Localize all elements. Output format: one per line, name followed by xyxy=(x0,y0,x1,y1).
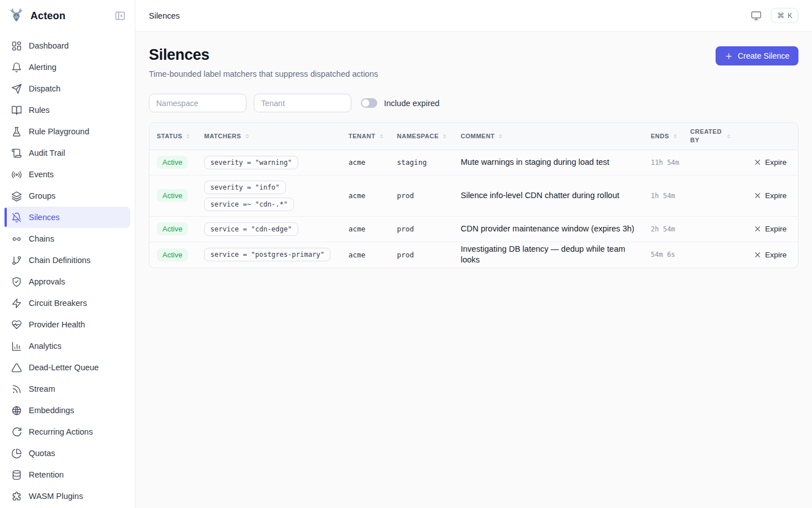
matcher-chip: severity = "warning" xyxy=(204,156,298,169)
sidebar-item-silences[interactable]: Silences xyxy=(5,207,130,228)
sort-icon xyxy=(672,133,678,139)
sort-icon xyxy=(244,133,250,139)
globe-brain-icon xyxy=(11,405,22,416)
sidebar-item-circuit-breakers[interactable]: Circuit Breakers xyxy=(5,292,130,314)
page-title: Silences xyxy=(149,46,378,64)
column-header-created-by[interactable]: Created By xyxy=(690,123,741,150)
ends-cell: 1h 54m xyxy=(651,192,690,200)
sort-icon xyxy=(442,133,448,139)
breadcrumb: Silences xyxy=(149,11,180,20)
namespace-cell: prod xyxy=(397,251,461,259)
sidebar-item-rule-playground[interactable]: Rule Playground xyxy=(5,121,130,142)
layers-icon xyxy=(11,191,22,202)
status-badge: Active xyxy=(157,156,188,169)
sidebar-item-rules[interactable]: Rules xyxy=(5,99,130,121)
comment-cell: CDN provider maintenance window (expires… xyxy=(461,224,651,234)
create-silence-button[interactable]: Create Silence xyxy=(716,46,798,65)
database-icon xyxy=(11,470,22,480)
bar-chart-icon xyxy=(11,341,22,352)
matcher-chip: service = "postgres-primary" xyxy=(204,248,330,261)
table-row: Active severity = "info" service =~ "cdn… xyxy=(149,176,798,217)
sidebar-collapse-icon[interactable] xyxy=(114,10,127,22)
sidebar-item-groups[interactable]: Groups xyxy=(5,185,130,207)
content: Silences Time-bounded label matchers tha… xyxy=(135,32,812,508)
status-badge: Active xyxy=(157,222,188,235)
namespace-cell: prod xyxy=(397,191,461,200)
expire-button[interactable]: Expire xyxy=(751,222,790,235)
shield-check-icon xyxy=(11,277,22,287)
column-header-tenant[interactable]: Tenant xyxy=(348,128,397,145)
sort-icon xyxy=(185,133,191,139)
x-icon xyxy=(754,192,761,199)
matcher-chip: severity = "info" xyxy=(204,181,286,194)
matcher-chip: service =~ "cdn-.*" xyxy=(204,198,294,211)
link-icon xyxy=(11,234,22,244)
namespace-cell: staging xyxy=(397,158,461,167)
sidebar-item-chain-definitions[interactable]: Chain Definitions xyxy=(5,249,130,271)
active-indicator-bar xyxy=(5,208,7,227)
include-expired-toggle-wrap: Include expired xyxy=(361,98,439,108)
sidebar-item-retention[interactable]: Retention xyxy=(5,464,130,485)
scroll-icon xyxy=(11,148,22,159)
pie-chart-icon xyxy=(11,448,22,459)
tenant-cell: acme xyxy=(348,225,397,233)
column-header-ends[interactable]: Ends xyxy=(651,128,690,145)
sidebar-item-events[interactable]: Events xyxy=(5,164,130,185)
table-row: Active severity = "warning" acme staging… xyxy=(149,150,798,176)
refresh-cw-icon xyxy=(11,427,22,437)
sidebar-item-dispatch[interactable]: Dispatch xyxy=(5,78,130,99)
sidebar-nav: Dashboard Alerting Dispatch Rules Rule P… xyxy=(0,35,135,507)
filters-bar: Include expired xyxy=(149,94,798,112)
column-header-matchers[interactable]: Matchers xyxy=(204,128,348,145)
rss-icon xyxy=(11,384,22,395)
bell-icon xyxy=(11,62,22,73)
column-header-comment[interactable]: Comment xyxy=(461,128,651,145)
column-header-status[interactable]: Status xyxy=(157,128,204,145)
sidebar-item-wasm-plugins[interactable]: WASM Plugins xyxy=(5,485,130,507)
tenant-cell: acme xyxy=(348,251,397,259)
alert-triangle-icon xyxy=(11,362,22,373)
comment-cell: Mute warnings in staging during load tes… xyxy=(461,157,651,168)
sidebar-item-analytics[interactable]: Analytics xyxy=(5,335,130,357)
git-branch-icon xyxy=(11,255,22,266)
command-key-icon: ⌘ xyxy=(777,11,784,20)
sidebar-item-approvals[interactable]: Approvals xyxy=(5,271,130,292)
include-expired-toggle[interactable] xyxy=(361,98,377,108)
sidebar-item-alerting[interactable]: Alerting xyxy=(5,56,130,78)
brand-logo-stag-icon xyxy=(8,7,25,24)
namespace-filter-input[interactable] xyxy=(149,94,246,112)
status-badge: Active xyxy=(157,248,188,261)
sidebar-item-embeddings[interactable]: Embeddings xyxy=(5,400,130,421)
column-header-actions xyxy=(741,132,798,141)
topbar: Silences ⌘ K xyxy=(135,0,812,32)
sidebar-item-dashboard[interactable]: Dashboard xyxy=(5,35,130,56)
book-open-icon xyxy=(11,105,22,116)
sidebar-item-recurring-actions[interactable]: Recurring Actions xyxy=(5,421,130,443)
tenant-cell: acme xyxy=(348,191,397,200)
layout-dashboard-icon xyxy=(11,41,22,51)
column-header-namespace[interactable]: Namespace xyxy=(397,128,461,145)
sidebar-item-dead-letter-queue[interactable]: Dead-Letter Queue xyxy=(5,357,130,378)
ends-cell: 2h 54m xyxy=(651,225,690,233)
command-k-shortcut[interactable]: ⌘ K xyxy=(771,8,798,23)
sidebar-item-audit-trail[interactable]: Audit Trail xyxy=(5,142,130,164)
plus-icon xyxy=(725,52,733,60)
x-icon xyxy=(754,159,761,166)
expire-button[interactable]: Expire xyxy=(751,248,790,261)
silences-table: Status Matchers Tenant Namespace Comment xyxy=(149,122,798,268)
expire-button[interactable]: Expire xyxy=(751,156,790,169)
sidebar-item-stream[interactable]: Stream xyxy=(5,378,130,400)
sidebar-item-quotas[interactable]: Quotas xyxy=(5,443,130,464)
sidebar-item-provider-health[interactable]: Provider Health xyxy=(5,314,130,335)
main-area: Silences ⌘ K Silences Time-bounded label… xyxy=(135,0,812,508)
brand: Acteon xyxy=(0,0,135,32)
monitor-icon[interactable] xyxy=(751,10,762,21)
toggle-knob xyxy=(362,99,369,107)
expire-button[interactable]: Expire xyxy=(751,189,790,202)
table-row: Active service = "postgres-primary" acme… xyxy=(149,242,798,268)
tenant-filter-input[interactable] xyxy=(254,94,351,112)
include-expired-label: Include expired xyxy=(384,99,439,108)
sidebar-item-chains[interactable]: Chains xyxy=(5,228,130,249)
matcher-chip: service = "cdn-edge" xyxy=(204,222,298,236)
tenant-cell: acme xyxy=(348,158,397,167)
